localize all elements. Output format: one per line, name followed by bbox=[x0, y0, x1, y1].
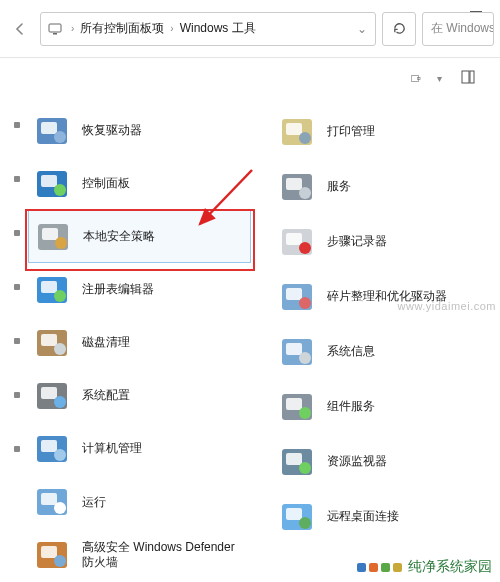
chevron-down-icon[interactable]: ▾ bbox=[437, 73, 442, 84]
computer-management-icon bbox=[32, 429, 72, 469]
svg-rect-26 bbox=[41, 493, 57, 505]
svg-rect-47 bbox=[286, 398, 302, 410]
svg-rect-3 bbox=[470, 71, 474, 83]
watermark: www.yidaimei.com bbox=[398, 300, 496, 312]
item-label: 系统信息 bbox=[327, 344, 375, 360]
disk-cleanup-icon bbox=[32, 323, 72, 363]
refresh-button[interactable] bbox=[382, 12, 416, 46]
footer-brand: 纯净系统家园 bbox=[349, 552, 500, 582]
svg-point-15 bbox=[54, 290, 66, 302]
item-label: 计算机管理 bbox=[82, 441, 142, 457]
item-computer-management[interactable]: 计算机管理 bbox=[28, 423, 251, 476]
svg-point-39 bbox=[299, 242, 311, 254]
svg-point-6 bbox=[54, 131, 66, 143]
chevron-right-icon: › bbox=[69, 23, 76, 34]
svg-point-30 bbox=[54, 555, 66, 567]
windows-defender-firewall-icon bbox=[32, 535, 72, 575]
item-print-management[interactable]: 打印管理 bbox=[273, 104, 496, 159]
item-label: 注册表编辑器 bbox=[82, 282, 154, 298]
item-label: 本地安全策略 bbox=[83, 229, 155, 245]
item-system-information[interactable]: 系统信息 bbox=[273, 324, 496, 379]
svg-point-21 bbox=[54, 396, 66, 408]
svg-point-45 bbox=[299, 352, 311, 364]
svg-rect-53 bbox=[286, 508, 302, 520]
item-recovery-drive[interactable]: 恢复驱动器 bbox=[28, 104, 251, 157]
tree-strip bbox=[14, 104, 22, 582]
svg-rect-14 bbox=[41, 281, 57, 293]
item-system-configuration[interactable]: 系统配置 bbox=[28, 370, 251, 423]
item-label: 步骤记录器 bbox=[327, 234, 387, 250]
item-label: 资源监视器 bbox=[327, 454, 387, 470]
minimize-button[interactable]: — bbox=[470, 4, 482, 18]
info-pane-button[interactable] bbox=[460, 69, 476, 88]
item-local-security-policy[interactable]: 本地安全策略 bbox=[28, 210, 251, 263]
item-label: 远程桌面连接 bbox=[327, 509, 399, 525]
svg-rect-17 bbox=[41, 334, 57, 346]
chevron-right-icon: › bbox=[168, 23, 175, 34]
run-icon bbox=[32, 482, 72, 522]
item-label: 控制面板 bbox=[82, 176, 130, 192]
svg-point-48 bbox=[299, 407, 311, 419]
breadcrumb-segment[interactable]: Windows 工具 bbox=[180, 20, 256, 37]
brand-text: 纯净系统家园 bbox=[408, 558, 492, 576]
item-label: 打印管理 bbox=[327, 124, 375, 140]
svg-rect-35 bbox=[286, 178, 302, 190]
registry-editor-icon bbox=[32, 270, 72, 310]
svg-rect-50 bbox=[286, 453, 302, 465]
item-services[interactable]: 服务 bbox=[273, 159, 496, 214]
back-button[interactable] bbox=[6, 14, 34, 44]
svg-rect-20 bbox=[41, 387, 57, 399]
search-placeholder: 在 Windows 工 bbox=[431, 20, 494, 37]
svg-rect-0 bbox=[49, 24, 61, 32]
system-information-icon bbox=[277, 332, 317, 372]
print-management-icon bbox=[277, 112, 317, 152]
item-defragment-optimize[interactable]: 碎片整理和优化驱动器 bbox=[273, 269, 496, 324]
svg-point-33 bbox=[299, 132, 311, 144]
item-run[interactable]: 运行 bbox=[28, 476, 251, 529]
item-label: 服务 bbox=[327, 179, 351, 195]
navigation-toolbar: › 所有控制面板项 › Windows 工具 ⌄ 在 Windows 工 bbox=[0, 0, 500, 58]
chevron-down-icon[interactable]: ⌄ bbox=[353, 22, 371, 36]
svg-point-12 bbox=[55, 237, 67, 249]
breadcrumb[interactable]: › 所有控制面板项 › Windows 工具 ⌄ bbox=[40, 12, 376, 46]
svg-rect-44 bbox=[286, 343, 302, 355]
view-mode-button[interactable]: □▫ bbox=[411, 71, 419, 85]
breadcrumb-segment[interactable]: 所有控制面板项 bbox=[80, 20, 164, 37]
svg-rect-2 bbox=[462, 71, 469, 83]
svg-rect-32 bbox=[286, 123, 302, 135]
component-services-icon bbox=[277, 387, 317, 427]
item-label: 系统配置 bbox=[82, 388, 130, 404]
svg-rect-29 bbox=[41, 546, 57, 558]
system-configuration-icon bbox=[32, 376, 72, 416]
control-panel-icon bbox=[32, 164, 72, 204]
svg-rect-41 bbox=[286, 288, 302, 300]
resource-monitor-icon bbox=[277, 442, 317, 482]
svg-rect-8 bbox=[41, 175, 57, 187]
svg-point-42 bbox=[299, 297, 311, 309]
svg-point-24 bbox=[54, 449, 66, 461]
item-label: 运行 bbox=[82, 495, 106, 511]
item-label: 恢复驱动器 bbox=[82, 123, 142, 139]
item-control-panel[interactable]: 控制面板 bbox=[28, 157, 251, 210]
item-steps-recorder[interactable]: 步骤记录器 bbox=[273, 214, 496, 269]
item-resource-monitor[interactable]: 资源监视器 bbox=[273, 434, 496, 489]
item-registry-editor[interactable]: 注册表编辑器 bbox=[28, 263, 251, 316]
remote-desktop-icon bbox=[277, 497, 317, 537]
svg-point-51 bbox=[299, 462, 311, 474]
services-icon bbox=[277, 167, 317, 207]
svg-rect-5 bbox=[41, 122, 57, 134]
svg-rect-1 bbox=[53, 33, 57, 35]
defragment-optimize-icon bbox=[277, 277, 317, 317]
item-windows-defender-firewall[interactable]: 高级安全 Windows Defender 防火墙 bbox=[28, 529, 251, 582]
item-remote-desktop[interactable]: 远程桌面连接 bbox=[273, 489, 496, 544]
svg-point-27 bbox=[54, 502, 66, 514]
local-security-policy-icon bbox=[33, 217, 73, 257]
items-grid: 恢复驱动器 控制面板 本地安全策略 注册表编辑器 磁盘清理 系统配置 计算机管理… bbox=[28, 104, 496, 582]
svg-point-9 bbox=[54, 184, 66, 196]
svg-point-18 bbox=[54, 343, 66, 355]
screen-icon bbox=[45, 19, 65, 39]
item-disk-cleanup[interactable]: 磁盘清理 bbox=[28, 317, 251, 370]
brand-logo-icon bbox=[357, 563, 402, 572]
svg-point-54 bbox=[299, 517, 311, 529]
item-component-services[interactable]: 组件服务 bbox=[273, 379, 496, 434]
